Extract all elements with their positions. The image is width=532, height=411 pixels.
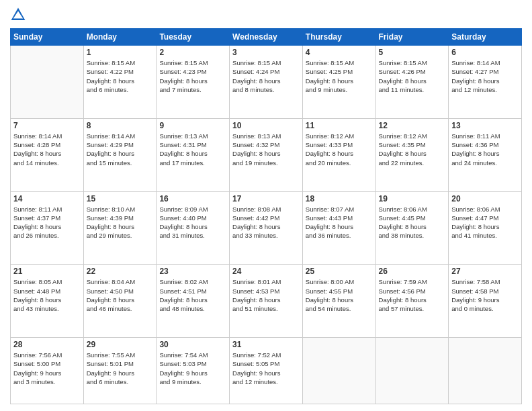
calendar-cell: 30Sunrise: 7:54 AMSunset: 5:03 PMDayligh… bbox=[157, 338, 230, 404]
day-info: Sunrise: 8:14 AMSunset: 4:28 PMDaylight:… bbox=[13, 132, 81, 167]
day-number: 28 bbox=[13, 340, 81, 349]
day-info: Sunrise: 8:11 AMSunset: 4:37 PMDaylight:… bbox=[13, 205, 81, 240]
calendar-cell: 6Sunrise: 8:14 AMSunset: 4:27 PMDaylight… bbox=[449, 46, 522, 119]
header-thursday: Thursday bbox=[302, 29, 375, 46]
day-number: 2 bbox=[159, 48, 226, 57]
day-number: 27 bbox=[451, 267, 519, 276]
calendar-week-4: 28Sunrise: 7:56 AMSunset: 5:00 PMDayligh… bbox=[11, 338, 522, 404]
day-info: Sunrise: 8:15 AMSunset: 4:22 PMDaylight:… bbox=[87, 58, 154, 94]
day-info: Sunrise: 8:15 AMSunset: 4:24 PMDaylight:… bbox=[232, 58, 300, 94]
day-number: 21 bbox=[13, 267, 81, 276]
day-number: 30 bbox=[159, 340, 226, 349]
day-number: 14 bbox=[13, 194, 81, 203]
calendar-cell: 5Sunrise: 8:15 AMSunset: 4:26 PMDaylight… bbox=[375, 46, 449, 119]
day-number: 31 bbox=[232, 340, 300, 349]
calendar-cell: 26Sunrise: 7:59 AMSunset: 4:56 PMDayligh… bbox=[375, 265, 449, 338]
header-saturday: Saturday bbox=[449, 29, 522, 46]
calendar-cell: 8Sunrise: 8:14 AMSunset: 4:29 PMDaylight… bbox=[83, 118, 157, 191]
header bbox=[10, 7, 522, 23]
calendar-cell: 7Sunrise: 8:14 AMSunset: 4:28 PMDaylight… bbox=[11, 118, 84, 191]
day-number: 10 bbox=[232, 121, 300, 130]
day-info: Sunrise: 8:01 AMSunset: 4:53 PMDaylight:… bbox=[232, 277, 300, 313]
calendar-week-0: 1Sunrise: 8:15 AMSunset: 4:22 PMDaylight… bbox=[11, 46, 522, 119]
calendar-cell: 16Sunrise: 8:09 AMSunset: 4:40 PMDayligh… bbox=[157, 191, 230, 265]
logo bbox=[10, 7, 29, 23]
calendar-cell bbox=[11, 46, 84, 119]
day-info: Sunrise: 7:58 AMSunset: 4:58 PMDaylight:… bbox=[451, 277, 519, 313]
day-number: 3 bbox=[232, 48, 300, 57]
day-number: 8 bbox=[87, 121, 154, 130]
calendar-week-1: 7Sunrise: 8:14 AMSunset: 4:28 PMDaylight… bbox=[11, 118, 522, 191]
day-info: Sunrise: 8:06 AMSunset: 4:47 PMDaylight:… bbox=[451, 205, 519, 240]
header-friday: Friday bbox=[375, 29, 449, 46]
calendar-cell: 13Sunrise: 8:11 AMSunset: 4:36 PMDayligh… bbox=[449, 118, 522, 191]
day-number: 20 bbox=[451, 194, 519, 203]
day-info: Sunrise: 8:11 AMSunset: 4:36 PMDaylight:… bbox=[451, 132, 519, 167]
calendar-cell bbox=[375, 338, 449, 404]
calendar-cell: 21Sunrise: 8:05 AMSunset: 4:48 PMDayligh… bbox=[11, 265, 84, 338]
calendar-week-2: 14Sunrise: 8:11 AMSunset: 4:37 PMDayligh… bbox=[11, 191, 522, 265]
day-info: Sunrise: 7:55 AMSunset: 5:01 PMDaylight:… bbox=[87, 351, 154, 386]
day-number: 25 bbox=[306, 267, 373, 276]
day-info: Sunrise: 8:15 AMSunset: 4:23 PMDaylight:… bbox=[159, 58, 226, 94]
calendar-cell: 22Sunrise: 8:04 AMSunset: 4:50 PMDayligh… bbox=[83, 265, 157, 338]
calendar-week-3: 21Sunrise: 8:05 AMSunset: 4:48 PMDayligh… bbox=[11, 265, 522, 338]
calendar-cell: 15Sunrise: 8:10 AMSunset: 4:39 PMDayligh… bbox=[83, 191, 157, 265]
day-info: Sunrise: 8:00 AMSunset: 4:55 PMDaylight:… bbox=[306, 277, 373, 313]
calendar-cell: 25Sunrise: 8:00 AMSunset: 4:55 PMDayligh… bbox=[302, 265, 375, 338]
day-number: 9 bbox=[159, 121, 226, 130]
day-info: Sunrise: 7:52 AMSunset: 5:05 PMDaylight:… bbox=[232, 351, 300, 386]
header-tuesday: Tuesday bbox=[157, 29, 230, 46]
logo-icon bbox=[10, 7, 26, 23]
day-info: Sunrise: 8:14 AMSunset: 4:29 PMDaylight:… bbox=[87, 132, 154, 167]
day-info: Sunrise: 8:04 AMSunset: 4:50 PMDaylight:… bbox=[87, 277, 154, 313]
calendar-cell: 20Sunrise: 8:06 AMSunset: 4:47 PMDayligh… bbox=[449, 191, 522, 265]
day-number: 17 bbox=[232, 194, 300, 203]
header-wednesday: Wednesday bbox=[230, 29, 303, 46]
day-info: Sunrise: 8:15 AMSunset: 4:25 PMDaylight:… bbox=[306, 58, 373, 94]
header-sunday: Sunday bbox=[11, 29, 84, 46]
day-info: Sunrise: 8:10 AMSunset: 4:39 PMDaylight:… bbox=[87, 205, 154, 240]
day-number: 22 bbox=[87, 267, 154, 276]
day-info: Sunrise: 8:07 AMSunset: 4:43 PMDaylight:… bbox=[306, 205, 373, 240]
calendar-cell: 12Sunrise: 8:12 AMSunset: 4:35 PMDayligh… bbox=[375, 118, 449, 191]
calendar-cell: 18Sunrise: 8:07 AMSunset: 4:43 PMDayligh… bbox=[302, 191, 375, 265]
day-info: Sunrise: 8:08 AMSunset: 4:42 PMDaylight:… bbox=[232, 205, 300, 240]
calendar-cell: 23Sunrise: 8:02 AMSunset: 4:51 PMDayligh… bbox=[157, 265, 230, 338]
day-number: 1 bbox=[87, 48, 154, 57]
day-number: 16 bbox=[159, 194, 226, 203]
day-info: Sunrise: 8:12 AMSunset: 4:33 PMDaylight:… bbox=[306, 132, 373, 167]
page: SundayMondayTuesdayWednesdayThursdayFrid… bbox=[0, 0, 532, 411]
day-info: Sunrise: 8:05 AMSunset: 4:48 PMDaylight:… bbox=[13, 277, 81, 313]
calendar-header-row: SundayMondayTuesdayWednesdayThursdayFrid… bbox=[11, 29, 522, 46]
day-number: 11 bbox=[306, 121, 373, 130]
calendar-cell: 11Sunrise: 8:12 AMSunset: 4:33 PMDayligh… bbox=[302, 118, 375, 191]
day-number: 6 bbox=[451, 48, 519, 57]
calendar-cell bbox=[302, 338, 375, 404]
day-info: Sunrise: 8:13 AMSunset: 4:32 PMDaylight:… bbox=[232, 132, 300, 167]
calendar-cell: 31Sunrise: 7:52 AMSunset: 5:05 PMDayligh… bbox=[230, 338, 303, 404]
calendar-cell: 28Sunrise: 7:56 AMSunset: 5:00 PMDayligh… bbox=[11, 338, 84, 404]
day-number: 29 bbox=[87, 340, 154, 349]
calendar-cell: 17Sunrise: 8:08 AMSunset: 4:42 PMDayligh… bbox=[230, 191, 303, 265]
day-info: Sunrise: 8:12 AMSunset: 4:35 PMDaylight:… bbox=[379, 132, 446, 167]
day-info: Sunrise: 7:56 AMSunset: 5:00 PMDaylight:… bbox=[13, 351, 81, 386]
calendar-cell: 3Sunrise: 8:15 AMSunset: 4:24 PMDaylight… bbox=[230, 46, 303, 119]
calendar-table: SundayMondayTuesdayWednesdayThursdayFrid… bbox=[10, 28, 522, 404]
calendar-cell: 10Sunrise: 8:13 AMSunset: 4:32 PMDayligh… bbox=[230, 118, 303, 191]
day-number: 13 bbox=[451, 121, 519, 130]
calendar-cell: 29Sunrise: 7:55 AMSunset: 5:01 PMDayligh… bbox=[83, 338, 157, 404]
calendar-cell: 1Sunrise: 8:15 AMSunset: 4:22 PMDaylight… bbox=[83, 46, 157, 119]
day-number: 15 bbox=[87, 194, 154, 203]
day-number: 4 bbox=[306, 48, 373, 57]
day-info: Sunrise: 8:15 AMSunset: 4:26 PMDaylight:… bbox=[379, 58, 446, 94]
day-info: Sunrise: 8:06 AMSunset: 4:45 PMDaylight:… bbox=[379, 205, 446, 240]
day-number: 19 bbox=[379, 194, 446, 203]
calendar-cell: 24Sunrise: 8:01 AMSunset: 4:53 PMDayligh… bbox=[230, 265, 303, 338]
day-number: 23 bbox=[159, 267, 226, 276]
day-info: Sunrise: 8:13 AMSunset: 4:31 PMDaylight:… bbox=[159, 132, 226, 167]
calendar-cell: 2Sunrise: 8:15 AMSunset: 4:23 PMDaylight… bbox=[157, 46, 230, 119]
day-number: 7 bbox=[13, 121, 81, 130]
day-info: Sunrise: 7:54 AMSunset: 5:03 PMDaylight:… bbox=[159, 351, 226, 386]
day-info: Sunrise: 7:59 AMSunset: 4:56 PMDaylight:… bbox=[379, 277, 446, 313]
